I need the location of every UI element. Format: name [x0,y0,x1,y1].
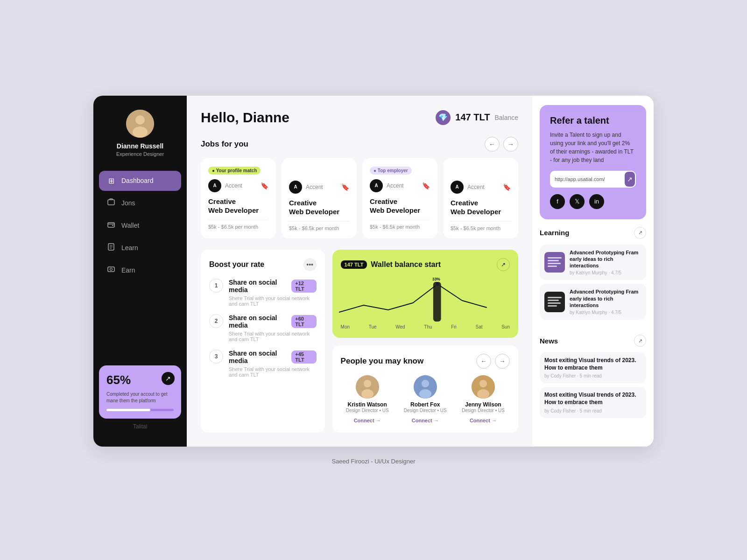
job-company-row-4: A Accent 🔖 [451,181,511,194]
boost-item-header-3: Share on social media +45 TLT [229,350,317,364]
people-next-btn[interactable]: → [495,354,510,369]
company-info-4: A Accent [451,181,485,194]
facebook-icon[interactable]: f [550,194,565,209]
refer-card: Refer a talent Invite a Talent to sign u… [540,105,646,219]
learn-icon [106,243,116,252]
svg-point-13 [364,380,371,387]
news-item-1[interactable]: Most exiting Visual trends of 2023. How … [540,352,646,383]
balance-label: Balance [494,114,518,121]
job-company-row-3: A Accent 🔖 [370,179,430,192]
sidebar-item-wallet[interactable]: Wallet [99,215,181,236]
company-name-1: Accent [225,182,242,189]
person-avatar-2 [414,375,437,399]
app-wrapper: Dianne Russell Experience Designer ⊞ Das… [93,96,654,447]
boost-item-2: 2 Share on social media +60 TLT Shere Tr… [209,314,317,342]
connect-btn-2[interactable]: Connect → [412,418,439,423]
avatar [126,110,154,138]
twitter-icon[interactable]: 𝕏 [570,194,585,209]
social-icons: f 𝕏 in [550,194,636,209]
boost-item-title-1: Share on social media [229,279,291,294]
svg-point-14 [361,389,374,399]
person-avatar-1 [356,375,379,399]
boost-title: Boost your rate [209,260,264,269]
earn-icon [106,266,116,275]
boost-item-desc-1: Shere Trial with your social network and… [229,295,317,307]
boost-num-3: 3 [209,350,223,364]
svg-rect-4 [108,223,114,227]
wallet-card: 147 TLT Wallet balance start ↗ [332,250,518,338]
boost-item-1: 1 Share on social media +12 TLT Shere Tr… [209,279,317,307]
news-expand-btn[interactable]: ↗ [634,335,646,347]
news-item-2[interactable]: Most exiting Visual trends of 2023. How … [540,387,646,418]
company-info-2: A Accent [289,181,323,194]
jobs-section-header: Jobs for you ← → [201,137,518,152]
boost-item-desc-3: Shere Trial with your social network and… [229,366,317,378]
sidebar-item-dashboard[interactable]: ⊞ Dashboard [99,171,181,191]
bookmark-icon-4[interactable]: 🔖 [503,183,511,191]
person-item-1: Kristin Watson Design Director • US Conn… [341,375,394,424]
wallet-icon [106,221,116,230]
sidebar-bottom: 65% ↗ Completed your accout to get mane … [93,358,187,437]
refer-title: Refer a talent [550,115,636,126]
connect-btn-3[interactable]: Connect → [470,418,497,423]
company-info-1: A Accent [208,179,242,192]
job-divider-1 [208,220,268,220]
refer-link-input[interactable] [550,173,624,186]
boost-item-header-1: Share on social media +12 TLT [229,279,317,294]
learning-info-2: Advanced Prototyping Fram early ideas to… [570,288,641,315]
balance-area: 💎 147 TLT Balance [436,110,518,125]
progress-bar-bg [106,409,174,411]
right-col: 147 TLT Wallet balance start ↗ [332,250,518,433]
dashboard-icon: ⊞ [106,176,116,185]
sidebar-label-wallet: Wallet [121,222,139,229]
job-card-3[interactable]: ● Top employer A Accent 🔖 CreativeWeb De… [362,158,437,238]
sidebar-label-jobs: Jons [121,199,135,207]
svg-point-19 [479,380,487,387]
svg-point-1 [135,115,145,125]
sidebar-item-earn[interactable]: Earn [99,260,181,280]
job-card-1[interactable]: ● Your profile match A Accent 🔖 Creative… [201,158,276,238]
jobs-prev-btn[interactable]: ← [485,137,500,152]
svg-rect-5 [112,225,113,226]
learning-thumb-2 [544,292,565,312]
main-content: Hello, Dianne 💎 147 TLT Balance Jobs for… [187,96,532,447]
bookmark-icon-1[interactable]: 🔖 [261,182,268,189]
job-card-2[interactable]: A Accent 🔖 CreativeWeb Developer $5k - $… [282,158,357,238]
wallet-badge: 147 TLT [341,260,367,269]
boost-item-header-2: Share on social media +60 TLT [229,314,317,329]
boost-num-2: 2 [209,314,223,328]
job-badge-3: ● Top employer [370,167,412,175]
svg-point-2 [133,126,148,138]
more-options-btn[interactable]: ••• [303,258,317,271]
boost-content-3: Share on social media +45 TLT Shere Tria… [229,350,317,378]
wallet-expand-btn[interactable]: ↗ [497,258,510,271]
wallet-chart: 33% [339,275,512,322]
linkedin-icon[interactable]: in [589,194,604,209]
people-prev-btn[interactable]: ← [476,354,491,369]
learning-section-header: Learning ↗ [540,227,646,239]
bookmark-icon-2[interactable]: 🔖 [341,183,349,191]
sidebar-item-jobs[interactable]: Jons [99,193,181,213]
people-card: People you may know ← → Kristin Watson [332,345,518,433]
sidebar-item-learn[interactable]: Learn [99,238,181,258]
learning-section-title: Learning [540,229,569,237]
refer-go-btn[interactable]: ↗ [625,172,635,187]
learning-expand-btn[interactable]: ↗ [634,227,646,239]
learning-item-2[interactable]: Advanced Prototyping Fram early ideas to… [540,284,646,320]
jobs-next-btn[interactable]: → [503,137,518,152]
sidebar-label-dashboard: Dashboard [121,177,154,184]
news-section: News ↗ Most exiting Visual trends of 202… [532,327,654,421]
svg-rect-3 [108,200,114,205]
boost-tlt-2: +60 TLT [291,315,316,328]
connect-btn-1[interactable]: Connect → [354,418,381,423]
refer-desc: Invite a Talent to sign up and using you… [550,131,636,164]
chart-day-thu: Thu [424,324,432,329]
bookmark-icon-3[interactable]: 🔖 [422,182,430,189]
learning-item-1[interactable]: Advanced Prototyping Fram early ideas to… [540,245,646,280]
company-logo-4: A [451,181,464,194]
people-header: People you may know ← → [341,354,510,369]
job-card-4[interactable]: A Accent 🔖 CreativeWeb Developer $5k - $… [443,158,518,238]
job-salary-4: $5k - $6.5k per month [451,225,511,231]
chart-day-sun: Sun [501,324,510,329]
progress-arrow-btn[interactable]: ↗ [162,372,175,385]
